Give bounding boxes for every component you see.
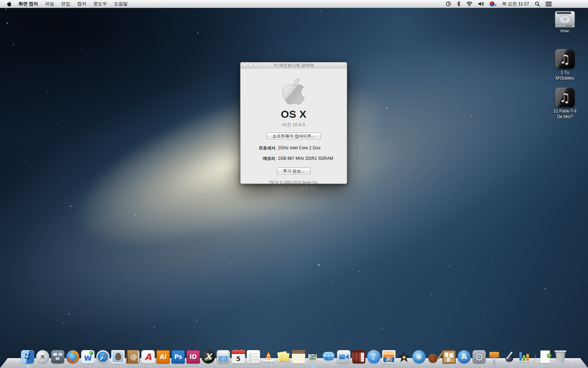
dock-indesign-icon[interactable]: ID <box>187 350 200 363</box>
notification-center-icon[interactable] <box>546 0 552 8</box>
about-this-mac-window: 이 매킨토시에 관하여 OS X 버전 10.8.5 소프트웨어 업데이트...… <box>240 62 347 184</box>
dock-numbers-icon[interactable] <box>518 350 531 363</box>
dock-photobooth-icon[interactable] <box>352 350 365 363</box>
desktop: 화면 캡처 파일 편집 캡처 윈도우 도움말 2 목 오전 11:27 <box>0 0 588 368</box>
hard-drive-icon <box>554 11 575 28</box>
dock-itunes-icon[interactable]: ♪ <box>367 350 380 363</box>
korean-input-badge: 2 <box>495 4 496 7</box>
spec-list: 프로세서 2GHz Intel Core 2 Duo 메모리 2GB 667 M… <box>240 145 347 166</box>
menu-help[interactable]: 도움말 <box>111 0 131 8</box>
processor-label: 프로세서 <box>240 145 275 151</box>
running-indicator-light <box>312 366 315 367</box>
close-button[interactable] <box>243 63 247 67</box>
dock-mail-icon[interactable] <box>111 350 125 363</box>
dock-divider <box>534 354 536 363</box>
time-machine-icon[interactable] <box>446 0 451 8</box>
dock-toast-icon[interactable] <box>217 350 230 363</box>
dock-keynote-icon[interactable] <box>488 350 501 363</box>
dock-calendar-icon[interactable]: 5 <box>232 350 245 363</box>
os-version: 버전 10.8.5 <box>282 122 305 128</box>
copyright-line-2: 모든 권리 보유. 사용권 계약 <box>271 185 316 190</box>
desktop-icon-audio-file-1[interactable]: ♫ 1 Tu M'Oublies <box>545 49 584 81</box>
about-window-body: OS X 버전 10.8.5 소프트웨어 업데이트... 프로세서 2GHz I… <box>240 68 347 190</box>
desktop-icon-imac-drive[interactable]: imac <box>545 11 584 34</box>
dock-grab-icon[interactable]: ✂ <box>307 350 320 363</box>
dock-illustrator-icon[interactable]: Ai <box>156 350 170 363</box>
dock-stickies-icon[interactable] <box>277 350 290 363</box>
copyright-line-1: TM 및 © 1983-2013 Apple Inc. <box>269 180 318 185</box>
processor-row: 프로세서 2GHz Intel Core 2 Duo <box>240 145 347 151</box>
memory-row: 메모리 2GB 667 MHz DDR2 SDRAM <box>240 156 347 162</box>
dock-items: ✈w@AAiPsIDX5✓✂•••♪★A⚙ <box>0 350 588 363</box>
dock-mission-control-icon[interactable] <box>51 350 64 363</box>
minimize-button[interactable] <box>248 63 252 67</box>
dock-contacts-icon[interactable]: @ <box>126 350 140 363</box>
menu-bar: 화면 캡처 파일 편집 캡처 윈도우 도움말 2 목 오전 11:27 <box>0 0 588 8</box>
dock-facetime-icon[interactable] <box>337 350 350 363</box>
dock-w-app-icon[interactable]: w <box>81 350 94 363</box>
apple-logo <box>281 77 306 106</box>
desktop-icon-audio-file-2[interactable]: ♫ 12 Parle-T-Il De Moi? <box>545 88 584 120</box>
desktop-icon-label: 1 Tu <box>561 70 569 75</box>
dock-photoshop-icon[interactable]: Ps <box>172 350 185 363</box>
more-info-button[interactable]: 추가 정보... <box>277 168 310 175</box>
dock-garageband-icon[interactable] <box>427 350 441 363</box>
dock-vlc-icon[interactable] <box>262 350 275 363</box>
software-update-button[interactable]: 소프트웨어 업데이트... <box>266 132 321 139</box>
volume-icon[interactable] <box>478 0 484 8</box>
zoom-button[interactable] <box>254 63 258 67</box>
menu-file[interactable]: 파일 <box>42 0 58 8</box>
dock-app-store-icon[interactable]: A <box>457 350 471 363</box>
os-name: OS X <box>281 108 307 120</box>
desktop-icon-label: imac <box>560 28 569 34</box>
dock-messages-icon[interactable]: ••• <box>322 350 335 363</box>
menu-clock[interactable]: 목 오전 11:27 <box>502 1 529 7</box>
memory-label: 메모리 <box>240 156 275 162</box>
apple-menu-icon[interactable] <box>5 0 15 8</box>
audio-file-icon: ♫ <box>555 49 575 69</box>
dock-firefox-icon[interactable] <box>66 350 79 363</box>
spotlight-icon[interactable] <box>535 0 540 8</box>
dock-finder-icon[interactable] <box>21 350 34 363</box>
dock-system-preferences-icon[interactable]: ⚙ <box>472 350 486 363</box>
dock-adobe-reader-icon[interactable]: A <box>141 350 155 363</box>
menu-status-area: 2 목 오전 11:27 <box>446 0 588 8</box>
korean-input-icon[interactable]: 2 <box>490 1 496 7</box>
menu-capture[interactable]: 캡처 <box>74 0 90 8</box>
dock-safari-icon[interactable] <box>96 350 110 363</box>
dock-iphoto-icon[interactable] <box>382 350 396 363</box>
dock-launchpad-icon[interactable]: ✈ <box>36 350 49 363</box>
dock-imovie-icon[interactable]: ★ <box>397 350 411 363</box>
window-titlebar[interactable]: 이 매킨토시에 관하여 <box>240 62 347 68</box>
memory-value: 2GB 667 MHz DDR2 SDRAM <box>278 156 333 161</box>
desktop-icon-label: De Moi? <box>557 114 573 120</box>
dock-idvd-icon[interactable] <box>412 350 426 363</box>
menu-app-name[interactable]: 화면 캡처 <box>15 0 42 8</box>
menu-edit[interactable]: 편집 <box>58 0 74 8</box>
desktop-icon-label: 12 Parle-T-Il <box>553 109 576 114</box>
wifi-icon[interactable] <box>466 0 472 8</box>
dock-trash-icon[interactable] <box>554 350 567 363</box>
music-note-icon: ♫ <box>555 49 575 69</box>
audio-file-icon: ♫ <box>555 88 575 107</box>
dock-notes-icon[interactable] <box>292 350 305 363</box>
desktop-icon-label: M'Oublies <box>556 76 574 81</box>
traffic-lights <box>243 63 260 67</box>
dock-pages-icon[interactable] <box>503 350 516 363</box>
menu-window[interactable]: 윈도우 <box>90 0 111 8</box>
running-indicator-light <box>26 366 29 367</box>
dock-corkboard-icon[interactable] <box>442 350 456 363</box>
dock-document-icon[interactable] <box>539 350 552 363</box>
bluetooth-icon[interactable] <box>457 0 461 8</box>
dock-reminders-icon[interactable]: ✓ <box>247 350 260 363</box>
taegeuk-symbol <box>489 1 495 7</box>
processor-value: 2GHz Intel Core 2 Duo <box>278 145 320 150</box>
music-note-icon: ♫ <box>555 88 575 107</box>
dock-xee-icon[interactable]: X <box>202 350 215 363</box>
window-title: 이 매킨토시에 관하여 <box>274 62 314 68</box>
desktop-icon-column: imac ♫ 1 Tu M'Oublies ♫ 12 Parle-T-Il De… <box>545 0 584 368</box>
